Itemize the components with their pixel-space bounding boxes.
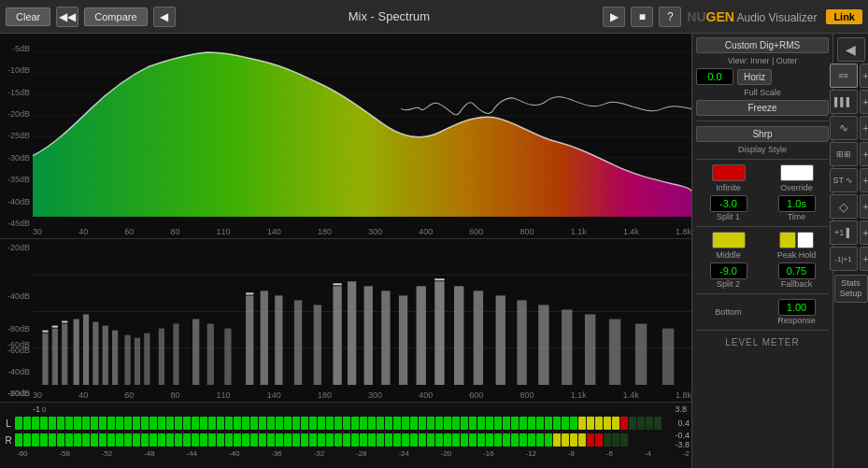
- svg-rect-33: [348, 281, 356, 385]
- seg: [158, 417, 165, 430]
- seg: [452, 417, 460, 430]
- bars-y-axis-right: [0, 239, 33, 320]
- plus-3[interactable]: +: [860, 116, 869, 140]
- seg: [32, 417, 39, 430]
- seg: [99, 433, 107, 447]
- seg: [536, 417, 544, 430]
- seg: [74, 417, 81, 430]
- seg: [461, 417, 468, 430]
- seg: [242, 433, 249, 447]
- bottom-response-row: Bottom 1.00 Response: [696, 299, 829, 325]
- collapse-button[interactable]: ◀: [837, 37, 865, 62]
- scale-numbers: -60 -58 -52 -48 -44 -40 -36 -32 -28 -24 …: [17, 449, 690, 458]
- seg: [343, 417, 350, 430]
- seg: [124, 417, 132, 430]
- wavy-button[interactable]: ∿: [830, 116, 858, 140]
- seg: [444, 417, 451, 430]
- stop-button[interactable]: ■: [631, 7, 653, 27]
- right-panel: Custom Dig+RMS View: Inner | Outer 0.0 H…: [691, 34, 832, 468]
- spectrum-svg: [33, 34, 691, 221]
- seg: [91, 417, 98, 430]
- seg: [65, 433, 73, 447]
- svg-rect-31: [314, 305, 321, 385]
- seg: [133, 417, 140, 430]
- custom-mode-button[interactable]: Custom Dig+RMS: [696, 37, 829, 53]
- range-button[interactable]: -1|+1: [830, 247, 858, 271]
- seg: [486, 417, 493, 430]
- svg-rect-38: [434, 281, 444, 385]
- help-button[interactable]: ?: [659, 7, 681, 27]
- fallback-value[interactable]: 0.75: [778, 262, 816, 279]
- y-label-7: -35dB: [0, 175, 33, 184]
- plus-6[interactable]: +: [860, 194, 869, 219]
- middle-peakhold-row: Middle Peak Hold: [696, 232, 829, 260]
- l-channel-row: L: [0, 415, 691, 432]
- seg: [301, 433, 308, 447]
- seg: [545, 433, 552, 447]
- full-scale-value[interactable]: 0.0: [696, 68, 733, 85]
- svg-rect-40: [474, 291, 483, 385]
- seg: [562, 417, 569, 430]
- stats-setup-button[interactable]: StatsSetup: [834, 275, 868, 303]
- grid-button[interactable]: ⊞⊞: [830, 142, 858, 166]
- plus-4[interactable]: +: [860, 142, 869, 166]
- seg: [49, 433, 56, 447]
- seg: [452, 433, 460, 447]
- plus-5[interactable]: +: [860, 168, 869, 192]
- prev-button[interactable]: ◀: [153, 7, 176, 27]
- seg: [276, 417, 283, 430]
- seg: [82, 433, 90, 447]
- seg: [427, 417, 434, 430]
- link-button[interactable]: Link: [826, 9, 862, 24]
- st-button[interactable]: ST ∿: [830, 168, 858, 192]
- seg: [368, 433, 376, 447]
- numeric-neg-button[interactable]: +1 ▌: [830, 220, 858, 245]
- divider4: [696, 293, 829, 294]
- svg-rect-28: [261, 291, 268, 385]
- plus-7[interactable]: +: [860, 220, 869, 245]
- back-button[interactable]: ◀◀: [56, 7, 78, 27]
- spectrum-area: -5dB -10dB -15dB -20dB -25dB -30dB -35dB…: [0, 34, 691, 239]
- display-style-button[interactable]: Shrp: [696, 126, 829, 142]
- seg: [385, 433, 392, 447]
- waveform-lines-button[interactable]: ≡≡: [830, 64, 858, 88]
- y-label-3: -15dB: [0, 88, 33, 97]
- horiz-button[interactable]: Horiz: [737, 69, 772, 85]
- icon-row-6: ◇ +: [830, 194, 869, 219]
- svg-rect-21: [144, 333, 149, 385]
- seg: [318, 417, 325, 430]
- compare-button[interactable]: Compare: [84, 7, 147, 26]
- diamond-button[interactable]: ◇: [830, 194, 858, 219]
- seg: [309, 417, 317, 430]
- seg: [435, 433, 443, 447]
- plus-1[interactable]: +: [860, 64, 869, 88]
- seg: [477, 433, 485, 447]
- seg: [427, 433, 434, 447]
- play-button[interactable]: ▶: [603, 7, 625, 27]
- svg-rect-36: [399, 295, 407, 385]
- response-value[interactable]: 1.00: [778, 299, 816, 316]
- svg-rect-30: [294, 300, 302, 385]
- seg: [116, 417, 123, 430]
- clear-button[interactable]: Clear: [6, 7, 50, 26]
- svg-rect-49: [42, 331, 48, 333]
- l-label: L: [2, 418, 15, 429]
- svg-rect-52: [246, 292, 253, 294]
- seg: [494, 433, 502, 447]
- r-channel-row: R: [0, 432, 691, 448]
- bars-x-axis: 30 40 60 80 110 140 180 300 400 600 800 …: [33, 390, 691, 400]
- split1-value[interactable]: -3.0: [710, 195, 747, 212]
- split2-value[interactable]: -9.0: [710, 262, 747, 279]
- middle-color-swatch: [712, 232, 746, 248]
- svg-rect-51: [62, 321, 67, 323]
- svg-rect-22: [159, 329, 164, 385]
- time-value[interactable]: 1.0s: [778, 195, 816, 212]
- svg-rect-13: [62, 324, 67, 385]
- seg: [149, 417, 157, 430]
- freeze-button[interactable]: Freeze: [696, 100, 829, 116]
- plus-8[interactable]: +: [860, 247, 869, 271]
- seg-y: [578, 417, 586, 430]
- response-label: Response: [777, 316, 816, 325]
- plus-2[interactable]: +: [860, 90, 869, 114]
- spectrum-bars-button[interactable]: ▌▌▌: [830, 90, 858, 114]
